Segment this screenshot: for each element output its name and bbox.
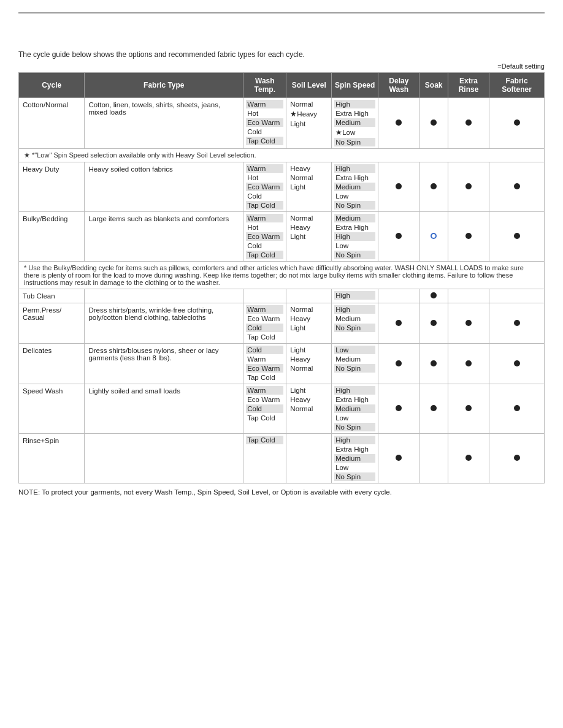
soak-cell <box>419 212 448 262</box>
table-row: Rinse+SpinTap ColdHighExtra HighMediumLo… <box>19 434 545 483</box>
soak-cell <box>419 384 448 434</box>
fabric-softener-dot <box>514 183 520 189</box>
fabric-softener-cell <box>489 303 545 344</box>
wash-temp: WarmHotEco WarmColdTap Cold <box>243 98 286 149</box>
spin-speed: MediumExtra HighHighLowNo Spin <box>332 212 378 262</box>
fabric-type: Cotton, linen, towels, shirts, sheets, j… <box>85 98 243 149</box>
cycle-name: Delicates <box>19 344 85 384</box>
spin-speed: HighExtra HighMediumLowNo Spin <box>332 162 378 212</box>
delay-wash-dot <box>396 320 402 326</box>
cycle-name: Rinse+Spin <box>19 434 85 483</box>
fabric-softener-cell <box>489 98 545 149</box>
table-row: Cotton/NormalCotton, linen, towels, shir… <box>19 98 545 149</box>
delay-wash-dot <box>396 233 402 239</box>
soil-level: HeavyNormalLight <box>286 162 332 212</box>
wash-temp <box>243 289 286 303</box>
wash-temp: WarmEco WarmColdTap Cold <box>243 303 286 344</box>
soak-cell <box>419 303 448 344</box>
soak-dot <box>431 233 437 239</box>
cycle-name: Cotton/Normal <box>19 98 85 149</box>
soil-level: LightHeavyNormal <box>286 344 332 384</box>
delay-wash-dot <box>396 360 402 366</box>
header-spin-speed: Spin Speed <box>332 73 378 98</box>
spin-speed: HighMediumNo Spin <box>332 303 378 344</box>
soil-level: NormalHeavyLight <box>286 212 332 262</box>
soak-dot <box>431 320 437 326</box>
top-divider <box>18 12 545 13</box>
soil-level: NormalHeavyLight <box>286 303 332 344</box>
soil-level <box>286 289 332 303</box>
note-text: * Use the Bulky/Bedding cycle for items … <box>19 262 545 289</box>
soak-dot <box>431 119 437 126</box>
extra-rinse-dot <box>465 119 472 126</box>
extra-rinse-dot <box>465 455 472 461</box>
soak-dot <box>431 360 437 366</box>
cycle-name: Heavy Duty <box>19 162 85 212</box>
table-row: Heavy DutyHeavy soiled cotton fabricsWar… <box>19 162 545 212</box>
bottom-note: NOTE: To protect your garments, not ever… <box>18 488 545 496</box>
delay-wash-dot <box>396 183 402 189</box>
fabric-softener-dot <box>514 233 520 239</box>
extra-rinse-cell <box>448 289 489 303</box>
fabric-softener-dot <box>514 455 520 461</box>
delay-wash-cell <box>378 212 419 262</box>
fabric-type: Dress shirts/blouses nylons, sheer or la… <box>85 344 243 384</box>
delay-wash-cell <box>378 344 419 384</box>
fabric-type: Large items such as blankets and comfort… <box>85 212 243 262</box>
delay-wash-dot <box>396 405 402 411</box>
delay-wash-cell <box>378 289 419 303</box>
spin-speed: High <box>332 289 378 303</box>
extra-rinse-dot <box>465 233 472 239</box>
fabric-softener-cell <box>489 344 545 384</box>
delay-wash-dot <box>396 455 402 461</box>
soak-cell <box>419 289 448 303</box>
extra-rinse-dot <box>465 320 472 326</box>
header-fabric-softener: Fabric Softener <box>489 73 545 98</box>
header-wash-temp: Wash Temp. <box>243 73 286 98</box>
soak-cell <box>419 344 448 384</box>
wash-temp: WarmHotEco WarmColdTap Cold <box>243 212 286 262</box>
delay-wash-cell <box>378 303 419 344</box>
spin-speed: HighExtra HighMediumLowNo Spin <box>332 384 378 434</box>
cycle-guide-table: Cycle Fabric Type Wash Temp. Soil Level … <box>18 72 545 483</box>
spin-speed: HighExtra HighMedium★LowNo Spin <box>332 98 378 149</box>
cycle-name: Speed Wash <box>19 384 85 434</box>
delay-wash-cell <box>378 98 419 149</box>
extra-rinse-dot <box>465 183 472 189</box>
default-note: =Default setting <box>18 63 545 70</box>
delay-wash-cell <box>378 384 419 434</box>
table-row: DelicatesDress shirts/blouses nylons, sh… <box>19 344 545 384</box>
soak-cell <box>419 98 448 149</box>
fabric-type <box>85 434 243 483</box>
spin-speed: HighExtra HighMediumLowNo Spin <box>332 434 378 483</box>
header-extra-rinse: Extra Rinse <box>448 73 489 98</box>
wash-temp: ColdWarmEco WarmTap Cold <box>243 344 286 384</box>
soak-cell <box>419 162 448 212</box>
note-row: ★ *"Low" Spin Speed selection available … <box>19 149 545 162</box>
extra-rinse-cell <box>448 212 489 262</box>
fabric-softener-dot <box>514 320 520 326</box>
header-fabric-type: Fabric Type <box>85 73 243 98</box>
note-text: ★ *"Low" Spin Speed selection available … <box>19 149 545 162</box>
wash-temp: WarmHotEco WarmColdTap Cold <box>243 162 286 212</box>
soak-dot <box>431 405 437 411</box>
extra-rinse-cell <box>448 162 489 212</box>
header-soak: Soak <box>419 73 448 98</box>
table-row: Bulky/BeddingLarge items such as blanket… <box>19 212 545 262</box>
fabric-softener-dot <box>514 119 520 126</box>
fabric-type: Lightly soiled and small loads <box>85 384 243 434</box>
wash-temp: Tap Cold <box>243 434 286 483</box>
table-row: Speed WashLightly soiled and small loads… <box>19 384 545 434</box>
header-delay-wash: Delay Wash <box>378 73 419 98</box>
soil-level: Normal★HeavyLight <box>286 98 332 149</box>
fabric-type <box>85 289 243 303</box>
table-row: Perm.Press/ CasualDress shirts/pants, wr… <box>19 303 545 344</box>
wash-temp: WarmEco WarmColdTap Cold <box>243 384 286 434</box>
header-cycle: Cycle <box>19 73 85 98</box>
delay-wash-cell <box>378 162 419 212</box>
fabric-softener-dot <box>514 405 520 411</box>
fabric-softener-cell <box>489 289 545 303</box>
soak-dot <box>431 183 437 189</box>
header-soil-level: Soil Level <box>286 73 332 98</box>
extra-rinse-cell <box>448 98 489 149</box>
